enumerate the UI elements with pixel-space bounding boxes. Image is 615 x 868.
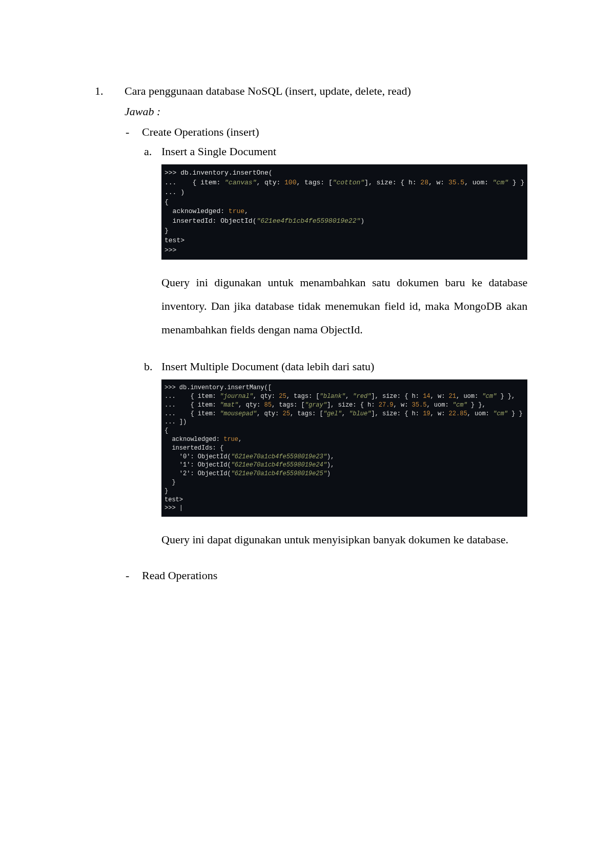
code-text: ),: [327, 453, 334, 460]
code-text: , qty:: [238, 401, 264, 409]
code-text: , uom:: [467, 410, 493, 417]
code-prompt: >>>: [165, 246, 176, 254]
code-text: acknowledged:: [165, 207, 229, 215]
sub-item-a: a. Insert a Single Document >>> db.inven…: [142, 145, 527, 357]
code-prompt: >>>: [165, 169, 180, 177]
code-string: "gray": [305, 401, 327, 409]
code-string: "cm": [493, 410, 508, 417]
code-text: ... { item:: [165, 410, 220, 417]
code-text: , w:: [428, 179, 448, 186]
code-number: 25: [279, 393, 286, 400]
code-string: "cm": [482, 393, 497, 400]
code-text: ,: [238, 436, 242, 443]
sub-body: Insert a Single Document >>> db.inventor…: [161, 145, 527, 357]
code-text: ... { item:: [165, 393, 220, 400]
bullet-body: Create Operations (insert) a. Insert a S…: [142, 125, 527, 567]
code-number: 100: [284, 179, 296, 186]
bullet-dash: -: [125, 125, 142, 567]
code-text: '1': ObjectId(: [165, 461, 231, 469]
code-text: }: [165, 488, 168, 495]
code-text: } },: [497, 393, 515, 400]
code-text: , uom:: [426, 401, 452, 409]
code-bool: true: [223, 436, 238, 443]
code-text: '0': ObjectId(: [165, 453, 231, 460]
code-text: test>: [165, 237, 184, 244]
code-text: ], size: { h:: [327, 401, 379, 409]
code-number: 25: [282, 410, 290, 417]
code-text: }: [165, 227, 169, 235]
code-text: ], size: { h:: [364, 179, 420, 186]
code-text: , tags: [: [286, 393, 320, 400]
code-string: "journal": [220, 393, 253, 400]
code-string: "cotton": [333, 179, 364, 186]
code-text: }: [165, 479, 176, 486]
code-text: db.inventory.insertMany([: [179, 384, 272, 391]
code-number: 27.9: [379, 401, 394, 409]
code-text: acknowledged:: [165, 436, 223, 443]
sub-item-b: b. Insert Multiple Document (data lebih …: [142, 360, 527, 567]
code-prompt: >>>: [165, 384, 179, 391]
code-string: "cm": [493, 179, 508, 186]
bullet-heading: Create Operations (insert): [142, 125, 527, 139]
code-string: "621ee70a1cb4fe5598019e24": [231, 461, 327, 469]
code-string: "621ee70a1cb4fe5598019e23": [231, 453, 327, 460]
code-string: "cm": [453, 401, 467, 409]
question-item: 1. Cara penggunaan database NoSQL (inser…: [95, 84, 520, 588]
code-text: ,: [244, 207, 249, 215]
code-string: "blank": [319, 393, 345, 400]
code-text: ... ): [165, 188, 184, 196]
sub-description: Query ini digunakan untuk menambahkan sa…: [161, 271, 527, 342]
bullet-dash: -: [125, 569, 142, 588]
code-text: , tags: [: [272, 401, 305, 409]
code-number: 35.5: [412, 401, 427, 409]
code-number: 85: [264, 401, 271, 409]
code-text: ,: [342, 410, 349, 417]
code-text: '2': ObjectId(: [165, 470, 231, 477]
answer-label: Jawab :: [125, 105, 527, 118]
code-text: {: [165, 427, 168, 434]
code-text: , qty:: [256, 179, 284, 186]
bullet-heading: Read Operations: [142, 569, 527, 582]
bullet-body: Read Operations: [142, 569, 527, 588]
code-text: {: [165, 198, 169, 206]
code-text: } }: [508, 410, 523, 417]
code-string: "mat": [220, 401, 238, 409]
code-text: ], size: { h:: [371, 410, 423, 417]
code-number: 35.5: [448, 179, 464, 186]
code-text: , tags: [: [296, 179, 332, 186]
code-text: , w:: [430, 410, 449, 417]
code-string: "blue": [349, 410, 371, 417]
code-text: , qty:: [253, 393, 279, 400]
bullet-read-operations: - Read Operations: [125, 569, 527, 588]
code-text: insertedIds: {: [165, 444, 223, 452]
code-text: ... ]): [165, 418, 187, 426]
sub-letter: b.: [142, 360, 161, 567]
bullet-create-operations: - Create Operations (insert) a. Insert a…: [125, 125, 527, 567]
code-text: , uom:: [456, 393, 482, 400]
code-string: "red": [353, 393, 371, 400]
sub-title: Insert Multiple Document (data lebih dar…: [161, 360, 527, 373]
code-text: ),: [327, 461, 334, 469]
code-text: } },: [467, 401, 486, 409]
code-text: ], size: { h:: [371, 393, 423, 400]
code-text: ... { item:: [165, 179, 224, 186]
code-text: , uom:: [464, 179, 493, 186]
code-string: "621ee70a1cb4fe5598019e25": [231, 470, 327, 477]
sub-title: Insert a Single Document: [161, 145, 527, 158]
code-number: 19: [423, 410, 430, 417]
code-text: ... { item:: [165, 401, 220, 409]
code-string: "gel": [323, 410, 342, 417]
code-block-insert-one: >>> db.inventory.insertOne( ... { item: …: [161, 164, 527, 260]
code-text: db.inventory.insertOne(: [180, 169, 272, 177]
code-prompt: >>> |: [165, 504, 183, 512]
code-text: ,: [345, 393, 353, 400]
code-string: "canvas": [224, 179, 256, 186]
code-string: "621ee4fb1cb4fe5598019e22": [256, 217, 360, 225]
code-text: insertedId: ObjectId(: [165, 217, 256, 225]
item-number: 1.: [95, 84, 125, 588]
sub-description: Query ini dapat digunakan untuk menyisip…: [161, 528, 527, 552]
code-number: 22.85: [449, 410, 467, 417]
code-text: ): [360, 217, 364, 225]
code-text: , qty:: [257, 410, 282, 417]
code-number: 21: [449, 393, 456, 400]
